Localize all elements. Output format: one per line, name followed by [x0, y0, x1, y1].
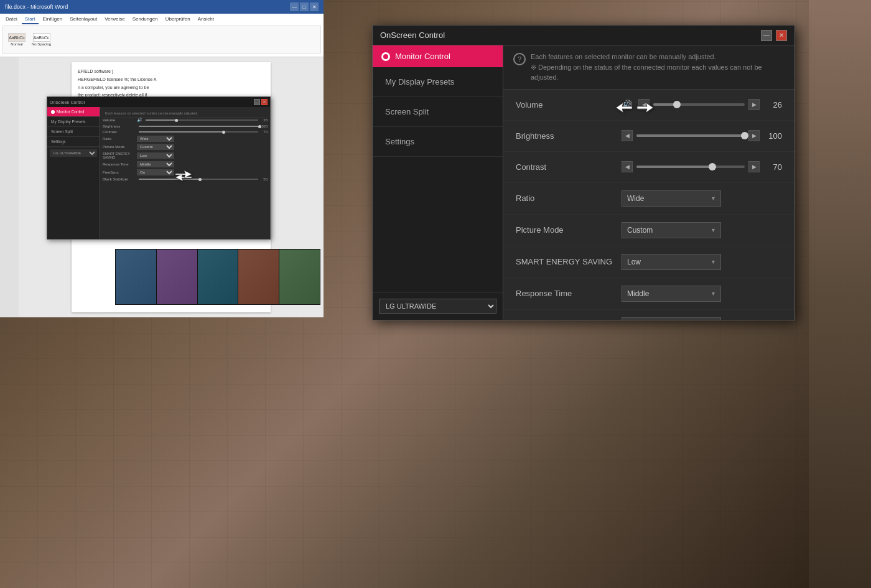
word-tab-send[interactable]: Sendungen	[129, 15, 161, 24]
small-freesync-select[interactable]: On	[137, 169, 174, 175]
word-tab-insert[interactable]: Einfügen	[40, 15, 66, 24]
ratio-row: Ratio Wide Original 4:3 16:9	[503, 183, 794, 215]
word-tab-layout[interactable]: Seitenlayout	[67, 15, 100, 24]
brightness-control: ◀ ▶ 100	[622, 130, 782, 141]
small-osc-freesync-row: FreeSync On	[103, 169, 268, 175]
small-response-select[interactable]: Middle	[137, 161, 174, 167]
word-tabs: Datei Start Einfügen Seitenlayout Verwei…	[2, 15, 321, 24]
small-osc-volume-row: Volume 🔊 26	[103, 118, 268, 123]
contrast-decrease-btn[interactable]: ◀	[622, 161, 633, 172]
small-contrast-thumb[interactable]	[222, 131, 225, 134]
small-black-stab-track[interactable]	[139, 179, 258, 180]
contrast-control: ◀ ▶ 70	[622, 161, 782, 172]
freesync-select[interactable]: On Off	[622, 317, 721, 320]
small-osc-monitor-control[interactable]: Monitor Control	[47, 107, 100, 117]
word-window-controls: — □ ✕	[290, 2, 319, 11]
monitor-dropdown[interactable]: LG ULTRAWIDE	[379, 299, 496, 314]
word-ribbon: Datei Start Einfügen Seitenlayout Verwei…	[0, 14, 324, 57]
small-osc-screen-split[interactable]: Screen Split	[47, 127, 100, 137]
photo-thumb-4	[238, 250, 279, 304]
photo-strip	[115, 249, 320, 305]
volume-row: Volume 🔊 ◀ ▶ 26	[503, 90, 794, 121]
small-black-stab-thumb[interactable]	[198, 178, 202, 181]
sidebar-item-settings[interactable]: Settings	[373, 127, 503, 157]
volume-slider-container: ◀ ▶ 26	[638, 99, 782, 110]
photo-thumb-3	[198, 250, 238, 304]
volume-value: 26	[763, 100, 782, 110]
monitor-control-nav[interactable]: Monitor Control	[373, 45, 503, 67]
smart-energy-select-wrapper: Low High Off	[622, 254, 721, 270]
freesync-select-wrapper: On Off	[622, 317, 721, 320]
info-icon: ?	[513, 53, 526, 65]
small-osc-settings[interactable]: Settings	[47, 137, 100, 147]
small-osc-minimize[interactable]: —	[254, 99, 260, 105]
sidebar-item-screen-split[interactable]: Screen Split	[373, 97, 503, 127]
small-energy-select[interactable]: Low	[137, 152, 174, 159]
word-tab-start[interactable]: Start	[22, 15, 39, 24]
small-volume-track[interactable]	[146, 119, 258, 121]
volume-decrease-btn[interactable]: ◀	[638, 99, 650, 110]
small-osc-picture-mode-row: Picture Mode Custom	[103, 144, 268, 150]
brightness-row: Brightness ◀ ▶ 100	[503, 121, 794, 152]
small-osc-my-display-presets[interactable]: My Display Presets	[47, 117, 100, 127]
sidebar-item-my-display-presets[interactable]: My Display Presets	[373, 67, 503, 97]
response-time-control: Middle Fast Faster Off	[622, 286, 782, 302]
photo-thumb-1	[116, 250, 156, 304]
word-tab-ref[interactable]: Verweise	[101, 15, 128, 24]
smart-energy-control: Low High Off	[622, 254, 782, 270]
word-minimize-btn[interactable]: —	[290, 2, 299, 11]
volume-slider-track[interactable]	[653, 103, 745, 106]
volume-icon: 🔊	[622, 100, 632, 110]
small-osc-sidebar: Monitor Control My Display Presets Scree…	[47, 107, 100, 239]
contrast-row: Contrast ◀ ▶ 70	[503, 152, 794, 183]
smart-energy-row: SMART ENERGY SAVING Low High Off	[503, 246, 794, 278]
word-close-btn[interactable]: ✕	[310, 2, 319, 11]
ratio-label: Ratio	[516, 194, 622, 203]
response-time-select[interactable]: Middle Fast Faster Off	[622, 286, 721, 302]
small-brightness-track[interactable]	[139, 126, 258, 127]
contrast-increase-btn[interactable]: ▶	[748, 161, 760, 172]
response-time-row: Response Time Middle Fast Faster Off	[503, 278, 794, 310]
brightness-slider-fill	[636, 134, 745, 137]
small-osc-close[interactable]: ✕	[261, 99, 268, 105]
osc-sidebar-bottom: LG ULTRAWIDE	[373, 292, 503, 320]
contrast-slider-track[interactable]	[636, 166, 745, 168]
ratio-select[interactable]: Wide Original 4:3 16:9	[622, 190, 721, 207]
small-osc-energy-row: SMART ENERGY SAVING Low	[103, 152, 268, 159]
brightness-slider-track[interactable]	[636, 134, 745, 137]
pink-dot-inner	[383, 54, 388, 59]
contrast-slider-thumb[interactable]	[709, 163, 716, 170]
small-osc-info: Each features on selected monitor can be…	[103, 110, 268, 118]
small-osc-brightness-row: Brightness 100	[103, 124, 268, 128]
volume-increase-btn[interactable]: ▶	[748, 99, 760, 110]
titlebar-controls: — ✕	[761, 30, 787, 41]
volume-slider-thumb[interactable]	[673, 101, 681, 108]
brightness-slider-container: ◀ ▶ 100	[622, 130, 782, 141]
small-osc-monitor-dropdown[interactable]: LG ULTRAWIDE	[50, 149, 97, 157]
minimize-button[interactable]: —	[761, 30, 772, 41]
brightness-decrease-btn[interactable]: ◀	[622, 130, 633, 141]
close-button[interactable]: ✕	[776, 30, 787, 41]
picture-mode-control: Custom Standard Movie Game	[622, 222, 782, 238]
word-tab-view[interactable]: Ansicht	[195, 15, 217, 24]
response-time-select-wrapper: Middle Fast Faster Off	[622, 286, 721, 302]
smart-energy-select[interactable]: Low High Off	[622, 254, 721, 270]
brightness-increase-btn[interactable]: ▶	[748, 130, 760, 141]
small-brightness-thumb[interactable]	[258, 125, 261, 128]
small-osc-response-row: Response Time Middle	[103, 161, 268, 167]
word-tab-review[interactable]: Überprüfen	[162, 15, 193, 24]
picture-mode-label: Picture Mode	[516, 225, 622, 235]
ratio-select-wrapper: Wide Original 4:3 16:9	[622, 190, 721, 207]
word-restore-btn[interactable]: □	[300, 2, 309, 11]
photo-thumb-2	[157, 250, 197, 304]
picture-mode-select[interactable]: Custom Standard Movie Game	[622, 222, 721, 238]
small-volume-thumb[interactable]	[175, 119, 178, 122]
small-contrast-track[interactable]	[139, 131, 258, 133]
small-ratio-select[interactable]: Wide	[137, 136, 174, 142]
word-tab-file[interactable]: Datei	[2, 15, 21, 24]
small-picture-mode-select[interactable]: Custom	[137, 144, 174, 150]
picture-mode-select-wrapper: Custom Standard Movie Game	[622, 222, 721, 238]
monitor-control-dot	[381, 52, 390, 61]
contrast-value: 70	[763, 162, 782, 172]
brightness-slider-thumb[interactable]	[741, 132, 748, 139]
